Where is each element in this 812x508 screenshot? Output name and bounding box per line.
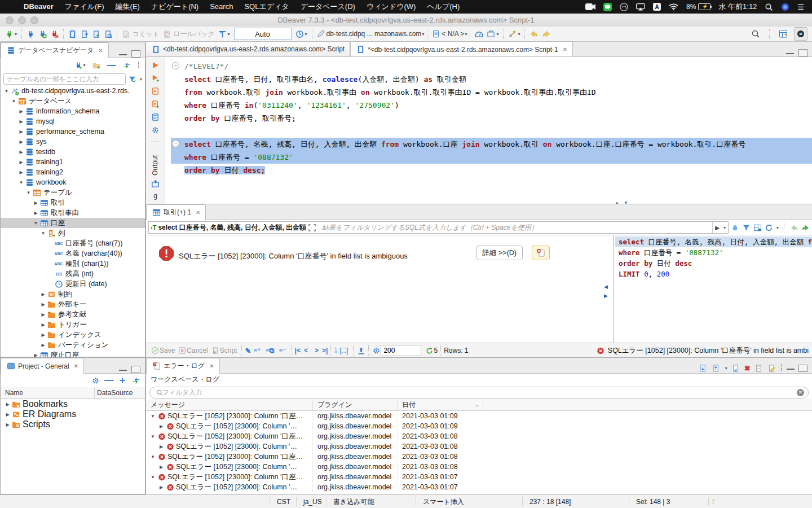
expand-arrow-icon[interactable]: ▶	[17, 150, 25, 155]
code-line[interactable]: order by 日付 desc	[615, 258, 812, 269]
column-header-plugin[interactable]: プラグイン	[313, 399, 398, 410]
expand-arrow-icon[interactable]: ▶	[39, 343, 47, 348]
tree-item[interactable]: ABC種別 (char(1))	[1, 259, 145, 269]
code-line[interactable]	[171, 125, 812, 138]
refresh-icon[interactable]	[425, 346, 434, 355]
expand-arrow-icon[interactable]: ▶	[17, 129, 25, 134]
expand-arrow-icon[interactable]: ▶	[39, 322, 47, 327]
expand-all-icon[interactable]: ＋	[118, 375, 127, 387]
expand-arrow-icon[interactable]: ▶	[39, 332, 47, 338]
collapse-arrow-icon[interactable]: ▼	[25, 190, 32, 195]
new-connection-icon[interactable]: ▾	[3, 28, 19, 40]
execute-statement-icon[interactable]	[151, 60, 160, 69]
add-row-icon[interactable]: ≡⁺	[251, 347, 263, 354]
maximize-panel-icon[interactable]	[131, 50, 140, 58]
tree-item[interactable]: ▼口座	[1, 218, 145, 228]
tree-item[interactable]: ▶training2	[1, 167, 145, 177]
tab-project-general[interactable]: Project - General ✕	[1, 358, 84, 374]
collapse-panel-handles[interactable]: ◀▶	[604, 284, 608, 299]
edit-connection-icon[interactable]	[315, 28, 326, 40]
creative-cloud-icon[interactable]	[620, 0, 628, 14]
tab-sql-script-active[interactable]: *<db-test.cidpqovrlgva.us-east-2.rds.ama…	[350, 41, 573, 56]
navigator-filter-input[interactable]	[3, 73, 126, 85]
code-line[interactable]: LIMIT 0, 200	[615, 269, 812, 279]
code-line[interactable]: select 口座番号, 名義, 残高, 日付, 入金額, 出金額 fr	[615, 237, 812, 247]
editor-settings-icon[interactable]	[151, 125, 160, 134]
expand-arrow-icon[interactable]: ▶	[158, 485, 165, 490]
delete-log-icon[interactable]: ✖	[744, 364, 751, 373]
menu-item[interactable]: ヘルプ(H)	[421, 0, 465, 14]
execute-script-new-tab-icon[interactable]	[151, 99, 160, 108]
menu-item[interactable]: ナビゲート(N)	[145, 0, 204, 14]
log-panel-label-partial[interactable]: g	[153, 192, 157, 200]
open-sql-script-icon[interactable]	[78, 28, 90, 40]
collapse-arrow-icon[interactable]: ▼	[149, 414, 156, 419]
filter-settings-icon[interactable]	[128, 75, 137, 84]
close-icon[interactable]: ✕	[209, 363, 214, 369]
tree-item[interactable]: ▼workbook	[1, 177, 145, 187]
commit-button[interactable]: コミット	[120, 28, 161, 40]
active-connection-label[interactable]: db-test.cidpq ... mazonaws.com	[326, 30, 422, 38]
tab-database-navigator[interactable]: データベースナビゲータ ✕	[1, 42, 109, 58]
refresh-results-icon[interactable]	[765, 223, 774, 232]
import-log-icon[interactable]	[712, 364, 721, 373]
menu-item[interactable]: ファイル(F)	[59, 0, 110, 14]
edit-log-icon[interactable]	[767, 364, 776, 373]
maximize-panel-icon[interactable]	[131, 366, 140, 373]
expand-arrow-icon[interactable]: ▶	[32, 200, 39, 205]
tree-item[interactable]: ▼テーブル	[1, 187, 145, 198]
log-row[interactable]: ▶SQLエラー [1052] [23000]: Column '…org.jki…	[146, 421, 812, 431]
tree-item[interactable]: ▼列	[1, 228, 145, 238]
collapse-all-icon[interactable]: —	[104, 375, 113, 386]
view-menu-icon[interactable]: ⁞	[136, 59, 142, 72]
new-sql-script-icon[interactable]	[90, 28, 102, 40]
nav-new-folder-icon[interactable]	[91, 59, 102, 72]
reconnect-icon[interactable]	[37, 28, 48, 40]
expand-arrow-icon[interactable]: ▶	[17, 170, 25, 175]
expand-arrow-icon[interactable]: ▶	[4, 412, 11, 417]
results-filter-input[interactable]: ‹T select 口座番号, 名義, 残高, 日付, 入金額, 出金額 結果を…	[148, 221, 729, 234]
column-header-date[interactable]: 日付⌄	[398, 399, 483, 410]
delete-row-icon[interactable]: ≡⁻	[276, 347, 288, 354]
tab-error-log[interactable]: エラー・ログ ✕	[146, 358, 220, 374]
app-menu[interactable]: DBeaver	[18, 0, 59, 14]
tree-item[interactable]: ▶performance_schema	[1, 126, 145, 137]
code-line[interactable]: select 口座番号, 日付, 取引事由名, coalesce(入金額, 出金…	[171, 73, 812, 86]
minimize-panel-icon[interactable]	[787, 367, 795, 370]
tree-item[interactable]: ABC口座番号 (char(7))	[1, 238, 145, 248]
code-line[interactable]: where 口座番号 = '0887132'	[615, 247, 812, 258]
collapse-arrow-icon[interactable]: ▼	[149, 454, 156, 459]
project-item[interactable]: ▶Scripts	[1, 419, 145, 430]
collapse-arrow-icon[interactable]: ▼	[39, 231, 47, 236]
tab-results[interactable]: 取引(+) 1 ✕	[146, 204, 206, 220]
tree-item[interactable]: ABC名義 (varchar(40))	[1, 248, 145, 259]
execute-script-icon[interactable]	[151, 86, 160, 95]
next-result-icon[interactable]	[801, 223, 810, 232]
log-filter-input[interactable]	[149, 387, 809, 398]
script-button[interactable]: Script	[210, 344, 239, 357]
perspective-dbeaver-icon[interactable]	[777, 28, 789, 40]
commit-mode-combo[interactable]: Auto	[234, 28, 292, 40]
collapse-arrow-icon[interactable]: ▼	[32, 221, 39, 226]
code-line[interactable]: −/*LEVEL7*/	[171, 60, 812, 73]
tree-item[interactable]: ▼db-test.cidpqovrlgva.us-east-2.rds.	[1, 86, 145, 96]
minimize-editor-icon[interactable]	[786, 51, 794, 54]
tree-item[interactable]: ▼データベース	[1, 96, 145, 106]
export-results-icon[interactable]	[356, 346, 365, 355]
open-log-icon[interactable]	[754, 364, 764, 373]
log-row[interactable]: ▼SQLエラー [1052] [23000]: Column '口座…org.j…	[146, 452, 812, 462]
collapse-arrow-icon[interactable]: ▼	[10, 99, 17, 104]
fold-marker-icon[interactable]: −	[172, 62, 179, 69]
close-icon[interactable]: ✕	[563, 46, 567, 52]
tree-item[interactable]: ▶sys	[1, 137, 145, 147]
link-with-editor-icon[interactable]	[121, 59, 133, 72]
expand-arrow-icon[interactable]: ▶	[17, 119, 25, 124]
log-row[interactable]: ▼SQLエラー [1052] [23000]: Column '口座…org.j…	[146, 411, 812, 421]
tree-item[interactable]: ▶参考文献	[1, 309, 145, 319]
expand-arrow-icon[interactable]: ▶	[17, 139, 25, 144]
link-with-editor-icon[interactable]	[131, 376, 140, 385]
fold-marker-icon[interactable]: −	[172, 140, 179, 147]
line-app-icon[interactable]	[603, 0, 612, 14]
fetch-all-icon[interactable]: [⛶]	[337, 347, 350, 354]
transaction-log-icon[interactable]: ▾	[294, 28, 309, 40]
